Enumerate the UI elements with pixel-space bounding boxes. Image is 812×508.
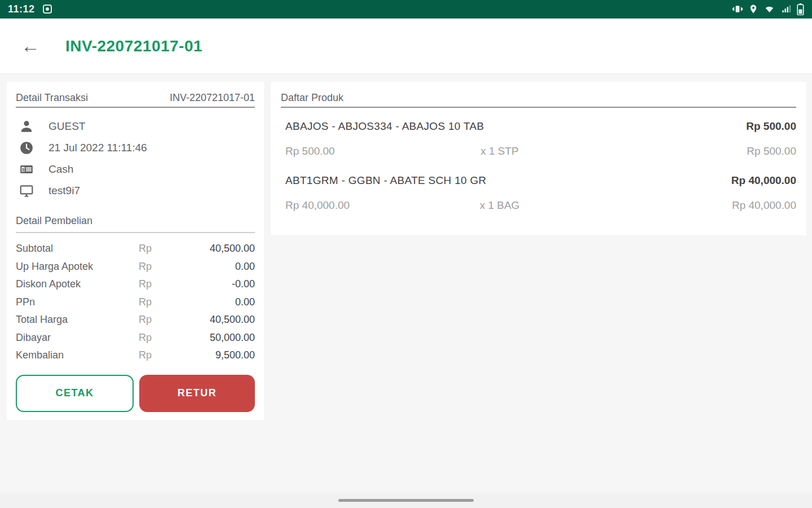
customer-name: GUEST [48,120,85,133]
divider [281,107,796,108]
transaction-datetime: 21 Jul 2022 11:11:46 [48,142,147,154]
product-qty: x 1 STP [454,145,545,157]
divider [16,107,255,108]
product-unit-price: Rp 40,000.00 [285,199,454,212]
summary-row-kembalian: Kembalian Rp 9,500.00 [16,347,255,365]
customer-row: GUEST [16,116,255,137]
svg-text:$: $ [22,167,25,172]
product-unit-price: Rp 500.00 [285,145,454,157]
back-button[interactable]: ← [17,33,44,60]
device-name: test9i7 [48,185,80,197]
summary-row-ppn: PPn Rp 0.00 [16,294,255,312]
purchase-panel-title: Detail Pembelian [16,215,255,230]
summary-row-diskon: Diskon Apotek Rp -0.00 [16,275,255,294]
person-icon [19,119,34,134]
payment-card-icon: $ [19,162,34,177]
summary-row-up-harga: Up Harga Apotek Rp 0.00 [16,258,255,276]
payment-method: Cash [48,163,73,176]
product-subtotal: Rp 40,000.00 [545,199,796,212]
product-total: Rp 500.00 [746,120,796,133]
signal-icon [780,4,792,14]
status-bar: 11:12 [0,0,812,19]
product-item: ABAJOS - ABJOS334 - ABAJOS 10 TAB Rp 500… [281,120,796,157]
divider [16,232,255,233]
app-notification-icon [43,5,52,14]
product-name: ABT1GRM - GGBN - ABATE SCH 10 GR [285,174,487,187]
product-subtotal: Rp 500.00 [545,145,796,157]
app-header: ← INV-220721017-01 [0,19,812,74]
wifi-icon [764,4,775,14]
clock-icon [19,141,34,155]
cetak-button[interactable]: CETAK [16,375,134,412]
summary-row-subtotal: Subtotal Rp 40,500.00 [16,240,255,258]
product-total: Rp 40,000.00 [731,174,796,187]
product-list-card: Daftar Produk ABAJOS - ABJOS334 - ABAJOS… [271,82,806,235]
transaction-detail-card: Detail Transaksi INV-220721017-01 GUEST … [7,82,264,420]
summary-row-dibayar: Dibayar Rp 50,000.00 [16,329,255,347]
arrow-left-icon: ← [21,35,40,57]
battery-icon [797,3,804,15]
retur-button[interactable]: RETUR [139,375,255,412]
payment-row: $ Cash [16,159,255,180]
product-item: ABT1GRM - GGBN - ABATE SCH 10 GR Rp 40,0… [281,174,796,212]
product-qty: x 1 BAG [454,199,545,212]
vibrate-icon [732,3,743,15]
monitor-icon [19,183,34,198]
page-title: INV-220721017-01 [65,37,202,55]
datetime-row: 21 Jul 2022 11:11:46 [16,137,255,159]
location-icon [748,3,758,15]
summary-row-total-harga: Total Harga Rp 40,500.00 [16,311,255,329]
transaction-panel-title: Detail Transaksi [16,92,88,104]
gesture-navigation-bar[interactable] [338,499,474,502]
purchase-summary: Subtotal Rp 40,500.00 Up Harga Apotek Rp… [16,240,255,365]
product-name: ABAJOS - ABJOS334 - ABAJOS 10 TAB [285,120,484,133]
device-row: test9i7 [16,180,255,202]
invoice-number: INV-220721017-01 [170,92,255,104]
clock-time: 11:12 [8,3,35,15]
product-panel-title: Daftar Produk [281,92,343,104]
